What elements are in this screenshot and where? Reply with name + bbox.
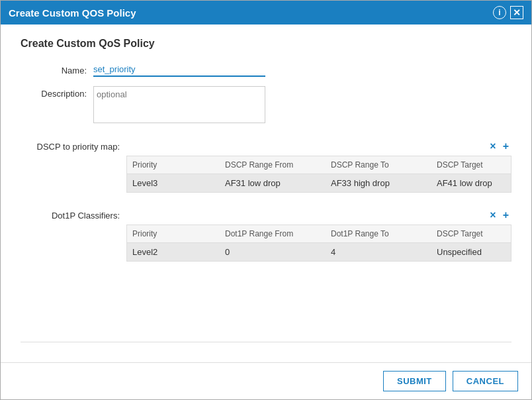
description-label: Description: (21, 86, 93, 99)
dot1p-section-row: Dot1P Classifiers: × + (21, 210, 511, 221)
description-input-container (93, 86, 265, 125)
dot1p-cell-target: Unspecified (437, 247, 506, 257)
title-bar: Create Custom QOS Policy i ✕ (1, 1, 531, 25)
dialog-container: Create Custom QOS Policy i ✕ Create Cust… (0, 0, 532, 400)
submit-button[interactable]: SUBMIT (383, 371, 446, 391)
dot1p-add-icon[interactable]: + (503, 210, 509, 221)
dscp-actions: × + (126, 141, 511, 152)
dot1p-table-row: Level2 0 4 Unspecified (127, 243, 511, 261)
dialog-body: Create Custom QoS Policy Name: Descripti… (1, 25, 531, 362)
dscp-table-row: Level3 AF31 low drop AF33 high drop AF41… (127, 174, 511, 192)
dot1p-cell-range-from: 0 (225, 247, 331, 257)
dscp-col-priority: Priority (132, 160, 225, 170)
dot1p-col-priority: Priority (132, 229, 225, 238)
dscp-section-row: DSCP to priority map: × + (21, 141, 511, 152)
footer-divider (21, 342, 511, 342)
dscp-cell-priority: Level3 (132, 178, 225, 188)
info-icon[interactable]: i (493, 6, 506, 19)
dot1p-cell-priority: Level2 (132, 247, 225, 257)
dscp-col-target: DSCP Target (437, 160, 506, 170)
dscp-label: DSCP to priority map: (21, 142, 126, 152)
dot1p-col-range-to: Dot1P Range To (331, 229, 437, 238)
name-field[interactable] (93, 63, 265, 77)
name-input-container (93, 63, 265, 77)
dot1p-col-target: DSCP Target (437, 229, 506, 238)
dot1p-actions: × + (126, 210, 511, 221)
dscp-table-header: Priority DSCP Range From DSCP Range To D… (127, 156, 511, 174)
name-label: Name: (21, 63, 93, 75)
dscp-cell-target: AF41 low drop (437, 178, 506, 188)
description-field[interactable] (93, 86, 265, 123)
description-row: Description: (21, 86, 511, 125)
dot1p-table: Priority Dot1P Range From Dot1P Range To… (126, 225, 511, 262)
dscp-col-range-to: DSCP Range To (331, 160, 437, 170)
dot1p-label: Dot1P Classifiers: (21, 211, 126, 221)
name-row: Name: (21, 63, 511, 77)
dot1p-cell-range-to: 4 (331, 247, 437, 257)
dscp-table: Priority DSCP Range From DSCP Range To D… (126, 156, 511, 193)
dot1p-col-range-from: Dot1P Range From (225, 229, 331, 238)
dot1p-remove-icon[interactable]: × (490, 210, 496, 221)
dot1p-table-header: Priority Dot1P Range From Dot1P Range To… (127, 225, 511, 243)
body-spacer (21, 272, 511, 335)
dscp-cell-range-to: AF33 high drop (331, 178, 437, 188)
title-bar-icons: i ✕ (493, 6, 523, 19)
title-text: Create Custom QOS Policy (9, 7, 136, 19)
close-icon[interactable]: ✕ (510, 6, 523, 19)
dscp-remove-icon[interactable]: × (490, 141, 496, 152)
dscp-col-range-from: DSCP Range From (225, 160, 331, 170)
cancel-button[interactable]: CANCEL (453, 371, 518, 391)
page-title: Create Custom QoS Policy (21, 38, 511, 50)
dscp-cell-range-from: AF31 low drop (225, 178, 331, 188)
dialog-footer: SUBMIT CANCEL (1, 362, 531, 399)
dscp-add-icon[interactable]: + (503, 141, 509, 152)
